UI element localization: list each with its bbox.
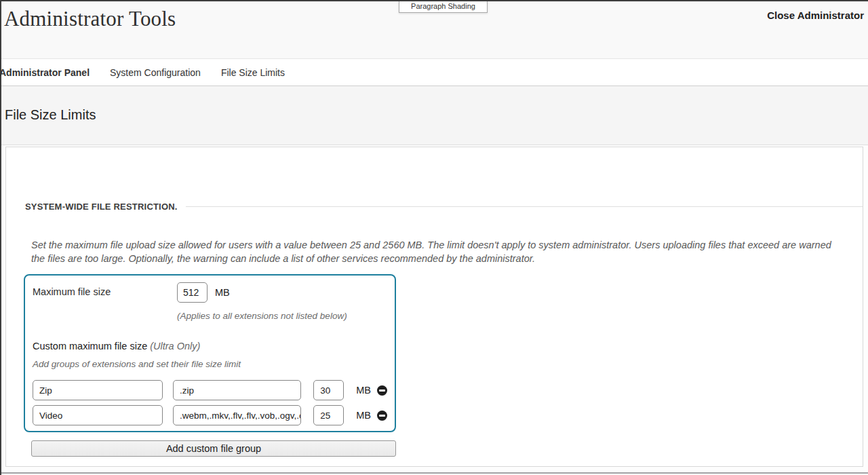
maximum-file-size-input[interactable] — [177, 282, 208, 303]
groups-hint: Add groups of extensions and set their f… — [33, 359, 387, 369]
group-unit-video: MB — [356, 410, 371, 421]
add-custom-file-group-button[interactable]: Add custom file group — [31, 440, 396, 457]
page-title: File Size Limits — [1, 86, 868, 123]
file-group-row-video: MB — [33, 405, 387, 425]
custom-max-file-size-label-text: Custom maximum file size — [33, 341, 147, 352]
group-size-input-video[interactable] — [313, 405, 344, 425]
group-size-input-zip[interactable] — [313, 380, 344, 400]
section-description: Set the maximum file upload size allowed… — [31, 238, 842, 265]
section-heading: SYSTEM-WIDE FILE RESTRICTION. — [25, 202, 178, 212]
file-size-limits-fieldset: Maximum file size MB (Applies to all ext… — [24, 274, 396, 432]
close-administrator-link[interactable]: Close Administrator — [767, 10, 864, 21]
file-group-row-zip: MB — [33, 380, 387, 400]
ultra-only-suffix: (Ultra Only) — [150, 341, 200, 352]
bottom-edge-strip — [1, 472, 868, 474]
breadcrumb-administrator-panel[interactable]: Administrator Panel — [0, 67, 90, 78]
custom-max-file-size-label: Custom maximum file size (Ultra Only) — [33, 341, 387, 352]
group-name-input-video[interactable] — [33, 405, 163, 425]
group-extensions-input-zip[interactable] — [173, 380, 301, 400]
section-divider — [186, 206, 863, 207]
app-title: Administrator Tools — [4, 7, 176, 31]
maximum-file-size-row: Maximum file size MB — [33, 282, 387, 303]
breadcrumb-file-size-limits: File Size Limits — [221, 67, 285, 78]
maximum-file-size-unit: MB — [215, 282, 230, 298]
breadcrumb: Administrator Panel System Configuration… — [1, 58, 868, 86]
section-heading-row: SYSTEM-WIDE FILE RESTRICTION. — [25, 202, 863, 212]
maximum-file-size-label: Maximum file size — [33, 282, 177, 297]
group-extensions-input-video[interactable] — [173, 405, 301, 425]
applies-hint: (Applies to all extensions not listed be… — [177, 311, 387, 321]
window-frame: Administrator Tools Paragraph Shading Cl… — [0, 0, 868, 475]
header: Administrator Tools Paragraph Shading Cl… — [1, 1, 868, 58]
group-unit-zip: MB — [356, 385, 371, 396]
group-name-input-zip[interactable] — [33, 380, 163, 400]
tooltip-paragraph-shading: Paragraph Shading — [399, 1, 488, 13]
content-panel: SYSTEM-WIDE FILE RESTRICTION. Set the ma… — [5, 147, 863, 467]
remove-group-minus-icon[interactable] — [377, 411, 387, 421]
remove-group-minus-icon[interactable] — [377, 385, 387, 396]
breadcrumb-system-configuration[interactable]: System Configuration — [110, 67, 201, 78]
page-title-band: File Size Limits — [1, 86, 868, 145]
